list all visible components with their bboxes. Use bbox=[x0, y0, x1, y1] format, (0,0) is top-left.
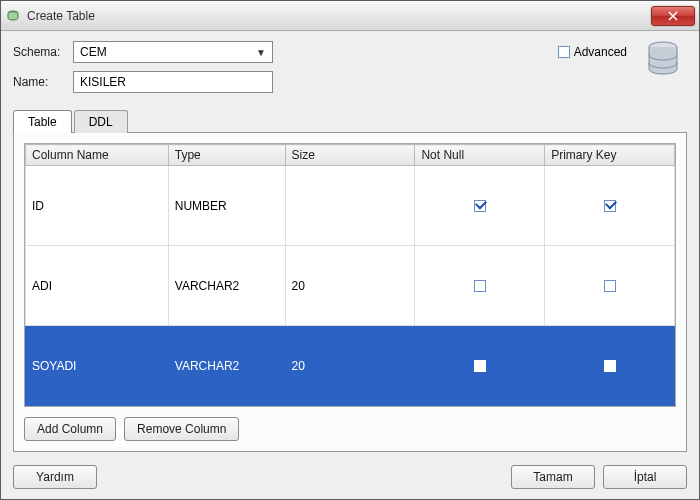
advanced-label: Advanced bbox=[574, 45, 627, 59]
cell-size[interactable] bbox=[285, 166, 415, 246]
table-row[interactable]: SOYADIVARCHAR220 bbox=[26, 326, 675, 406]
cell-size[interactable]: 20 bbox=[285, 326, 415, 406]
pk-checkbox[interactable] bbox=[604, 200, 616, 212]
chevron-down-icon: ▼ bbox=[256, 47, 266, 58]
advanced-group: Advanced bbox=[558, 45, 627, 59]
cell-name[interactable]: SOYADI bbox=[26, 326, 169, 406]
add-column-button[interactable]: Add Column bbox=[24, 417, 116, 441]
column-buttons: Add Column Remove Column bbox=[24, 417, 676, 441]
cell-type[interactable]: VARCHAR2 bbox=[168, 326, 285, 406]
cell-name[interactable]: ADI bbox=[26, 246, 169, 326]
dialog-footer: Yardım Tamam İptal bbox=[13, 465, 687, 489]
name-label: Name: bbox=[13, 75, 73, 89]
close-button[interactable] bbox=[651, 6, 695, 26]
cell-notnull[interactable] bbox=[415, 246, 545, 326]
table-row[interactable]: IDNUMBER bbox=[26, 166, 675, 246]
remove-column-button[interactable]: Remove Column bbox=[124, 417, 239, 441]
cancel-button[interactable]: İptal bbox=[603, 465, 687, 489]
titlebar: Create Table bbox=[1, 1, 699, 31]
cell-pk[interactable] bbox=[545, 246, 675, 326]
pk-checkbox[interactable] bbox=[604, 360, 616, 372]
tabpanel-table: Column Name Type Size Not Null Primary K… bbox=[13, 132, 687, 452]
notnull-checkbox[interactable] bbox=[474, 360, 486, 372]
col-header-type[interactable]: Type bbox=[168, 145, 285, 166]
name-input[interactable] bbox=[73, 71, 273, 93]
tabstrip: Table DDL bbox=[13, 109, 687, 132]
name-row: Name: bbox=[13, 71, 687, 93]
tab-table[interactable]: Table bbox=[13, 110, 72, 133]
cell-size[interactable]: 20 bbox=[285, 246, 415, 326]
notnull-checkbox[interactable] bbox=[474, 200, 486, 212]
col-header-pk[interactable]: Primary Key bbox=[545, 145, 675, 166]
cell-pk[interactable] bbox=[545, 326, 675, 406]
cell-type[interactable]: NUMBER bbox=[168, 166, 285, 246]
columns-table: Column Name Type Size Not Null Primary K… bbox=[25, 144, 675, 406]
tab-ddl[interactable]: DDL bbox=[74, 110, 128, 133]
cell-type[interactable]: VARCHAR2 bbox=[168, 246, 285, 326]
app-icon bbox=[5, 8, 21, 24]
col-header-notnull[interactable]: Not Null bbox=[415, 145, 545, 166]
help-button[interactable]: Yardım bbox=[13, 465, 97, 489]
table-row[interactable]: ADIVARCHAR220 bbox=[26, 246, 675, 326]
pk-checkbox[interactable] bbox=[604, 280, 616, 292]
cell-pk[interactable] bbox=[545, 166, 675, 246]
advanced-checkbox[interactable] bbox=[558, 46, 570, 58]
col-header-size[interactable]: Size bbox=[285, 145, 415, 166]
schema-label: Schema: bbox=[13, 45, 73, 59]
col-header-name[interactable]: Column Name bbox=[26, 145, 169, 166]
database-icon bbox=[643, 39, 683, 79]
schema-combobox[interactable]: CEM ▼ bbox=[73, 41, 273, 63]
schema-combobox-value: CEM bbox=[80, 45, 107, 59]
columns-table-area: Column Name Type Size Not Null Primary K… bbox=[24, 143, 676, 407]
cell-notnull[interactable] bbox=[415, 166, 545, 246]
ok-button[interactable]: Tamam bbox=[511, 465, 595, 489]
dialog-body: Schema: CEM ▼ Name: Advanced Table DDL bbox=[1, 31, 699, 499]
dialog-window: Create Table Schema: CEM ▼ Name: Advance… bbox=[0, 0, 700, 500]
notnull-checkbox[interactable] bbox=[474, 280, 486, 292]
cell-name[interactable]: ID bbox=[26, 166, 169, 246]
cell-notnull[interactable] bbox=[415, 326, 545, 406]
window-title: Create Table bbox=[27, 9, 651, 23]
